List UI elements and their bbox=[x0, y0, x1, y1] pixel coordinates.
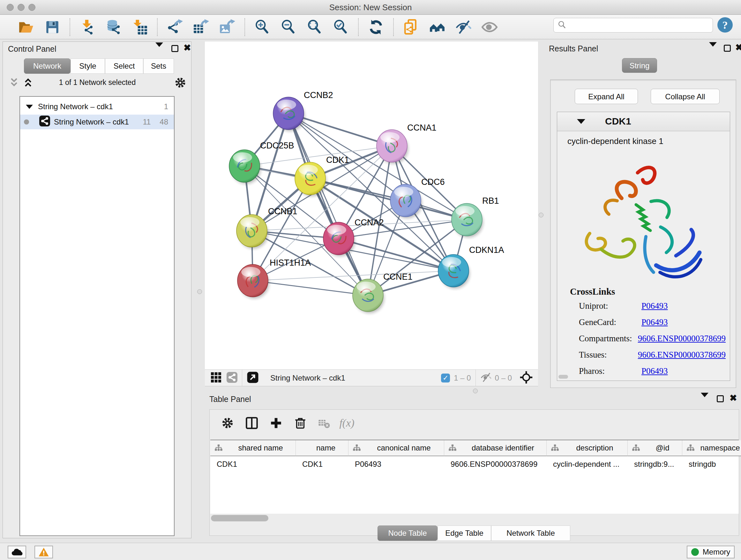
open-session-button[interactable] bbox=[18, 19, 35, 36]
node-RB1[interactable] bbox=[452, 203, 483, 238]
edge-HIST1H1A-CCNE1[interactable] bbox=[253, 281, 368, 295]
zoom-fit-button[interactable] bbox=[307, 19, 323, 36]
crosslink-link[interactable]: 9606.ENSP00000378699 bbox=[638, 334, 726, 344]
node-CCNA1[interactable] bbox=[377, 130, 408, 164]
import-network-database-button[interactable] bbox=[105, 19, 122, 36]
tab-style[interactable]: Style bbox=[71, 58, 105, 74]
expand-all-button[interactable]: Expand All bbox=[575, 89, 638, 104]
table-cell[interactable]: CDK1 bbox=[296, 456, 348, 472]
node-label-RB1: RB1 bbox=[482, 196, 499, 206]
show-columns-icon[interactable] bbox=[243, 414, 261, 432]
node-CDK1[interactable] bbox=[295, 162, 327, 196]
table-cell[interactable]: cyclin-dependent ... bbox=[547, 456, 628, 472]
node-CDKN1A[interactable] bbox=[438, 254, 470, 289]
first-neighbors-button[interactable] bbox=[429, 19, 446, 36]
add-column-icon[interactable] bbox=[267, 414, 285, 432]
table-cell[interactable]: P06493 bbox=[348, 456, 444, 472]
zoom-out-button[interactable] bbox=[280, 19, 297, 36]
delete-column-trash-icon[interactable] bbox=[291, 414, 309, 432]
tab-network[interactable]: Network bbox=[24, 58, 71, 74]
tab-node-table[interactable]: Node Table bbox=[378, 525, 437, 541]
table-cell[interactable]: CDK1 bbox=[210, 456, 296, 472]
table-cell[interactable]: stringdb bbox=[682, 456, 741, 472]
network-collection-row[interactable]: String Network – cdk1 1 bbox=[20, 99, 174, 114]
import-table-file-button[interactable] bbox=[131, 19, 148, 36]
network-share-grey-icon[interactable] bbox=[226, 372, 238, 384]
tab-edge-table[interactable]: Edge Table bbox=[437, 525, 491, 541]
zoom-selected-button[interactable] bbox=[333, 19, 349, 36]
delete-table-icon[interactable] bbox=[315, 414, 333, 432]
selected-checkbox-icon[interactable]: ✓ bbox=[441, 374, 450, 382]
column-header--id[interactable]: @id bbox=[628, 440, 682, 456]
cloud-button[interactable] bbox=[8, 546, 26, 558]
right-splitter-handle[interactable] bbox=[539, 212, 543, 217]
column-header-canonical-name[interactable]: canonical name bbox=[348, 440, 444, 456]
node-CCNA2[interactable] bbox=[323, 222, 355, 256]
table-panel-menu-icon[interactable] bbox=[701, 397, 709, 403]
node-CCNE1[interactable] bbox=[353, 279, 384, 313]
grid-view-icon[interactable] bbox=[211, 372, 221, 384]
refresh-layout-button[interactable] bbox=[367, 19, 384, 36]
export-image-button[interactable] bbox=[219, 19, 235, 36]
card-mini-scrollbar[interactable] bbox=[558, 375, 568, 379]
status-bar: Memory bbox=[0, 543, 741, 560]
crosslink-link[interactable]: 9606.ENSP00000378699 bbox=[638, 350, 726, 360]
crosslink-link[interactable]: P06493 bbox=[642, 366, 668, 376]
column-header-description[interactable]: description bbox=[547, 440, 628, 456]
column-header-database-identifier[interactable]: database identifier bbox=[444, 440, 547, 456]
save-session-button[interactable] bbox=[44, 19, 61, 36]
show-all-button[interactable] bbox=[481, 19, 498, 36]
network-canvas[interactable]: CCNB2CCNA1CDC25BCDK1CDC6RB1CCNB1CCNA2CDK… bbox=[205, 42, 538, 369]
results-panel-menu-icon[interactable] bbox=[709, 47, 717, 52]
tab-string[interactable]: String bbox=[622, 58, 657, 73]
search-box[interactable] bbox=[553, 18, 713, 33]
export-network-button[interactable] bbox=[166, 19, 183, 36]
crosslink-link[interactable]: P06493 bbox=[642, 301, 668, 311]
import-network-file-button[interactable] bbox=[79, 19, 96, 36]
help-button[interactable]: ? bbox=[718, 17, 733, 33]
center-view-crosshair-icon[interactable] bbox=[520, 371, 533, 385]
table-cell[interactable]: 9606.ENSP00000378699 bbox=[444, 456, 547, 472]
collection-expand-icon[interactable] bbox=[26, 105, 33, 109]
network-row[interactable]: String Network – cdk1 11 48 bbox=[20, 115, 174, 129]
control-panel-menu-icon[interactable] bbox=[155, 47, 163, 53]
memory-status-icon bbox=[691, 548, 699, 556]
tab-network-table[interactable]: Network Table bbox=[491, 525, 570, 541]
birdseye-view-icon[interactable] bbox=[247, 371, 259, 385]
export-table-button[interactable] bbox=[193, 19, 209, 36]
node-CDC6[interactable] bbox=[390, 184, 422, 219]
table-panel-float-icon[interactable] bbox=[717, 395, 724, 402]
memory-button[interactable]: Memory bbox=[687, 546, 735, 558]
table-panel-close-icon[interactable]: ✖ bbox=[730, 395, 737, 401]
function-builder-icon[interactable]: f(x) bbox=[338, 414, 356, 432]
node-label-CCNA1: CCNA1 bbox=[407, 123, 436, 132]
results-panel-float-icon[interactable] bbox=[724, 45, 731, 52]
crosslink-link[interactable]: P06493 bbox=[642, 317, 668, 327]
edge-CCNB2-CCNE1[interactable] bbox=[288, 113, 368, 295]
column-header-shared-name[interactable]: shared name bbox=[210, 440, 296, 456]
node-table: shared nameCDK1nameCDK1canonical nameP06… bbox=[210, 440, 739, 514]
control-panel-float-icon[interactable] bbox=[172, 45, 179, 52]
warnings-button[interactable] bbox=[35, 546, 53, 558]
table-hscrollbar[interactable] bbox=[211, 515, 268, 521]
gene-card-header[interactable]: CDK1 bbox=[557, 112, 730, 131]
control-panel-close-icon[interactable]: ✖ bbox=[184, 44, 191, 51]
results-panel-close-icon[interactable]: ✖ bbox=[735, 44, 741, 51]
gene-card-collapse-icon[interactable] bbox=[577, 119, 585, 124]
clone-network-button[interactable] bbox=[403, 19, 419, 36]
network-options-gear-icon[interactable] bbox=[174, 76, 187, 90]
table-cell[interactable]: stringdb:9... bbox=[628, 456, 682, 472]
column-header-namespace[interactable]: namespace bbox=[682, 440, 741, 456]
table-tabs: Node TableEdge TableNetwork Table bbox=[207, 525, 741, 541]
hide-selected-button[interactable] bbox=[455, 19, 472, 36]
table-settings-gear-icon[interactable] bbox=[219, 414, 237, 432]
column-header-name[interactable]: name bbox=[296, 440, 348, 456]
table-toolbox: f(x) shared nameCDK1nameCDK1canonical na… bbox=[209, 409, 739, 536]
collapse-all-button[interactable]: Collapse All bbox=[651, 89, 720, 104]
tab-select[interactable]: Select bbox=[105, 58, 143, 74]
search-input[interactable] bbox=[566, 20, 713, 30]
tab-sets[interactable]: Sets bbox=[143, 58, 174, 74]
left-splitter-handle[interactable] bbox=[197, 289, 202, 294]
node-CDC25B[interactable] bbox=[229, 150, 261, 184]
zoom-in-button[interactable] bbox=[254, 19, 271, 36]
